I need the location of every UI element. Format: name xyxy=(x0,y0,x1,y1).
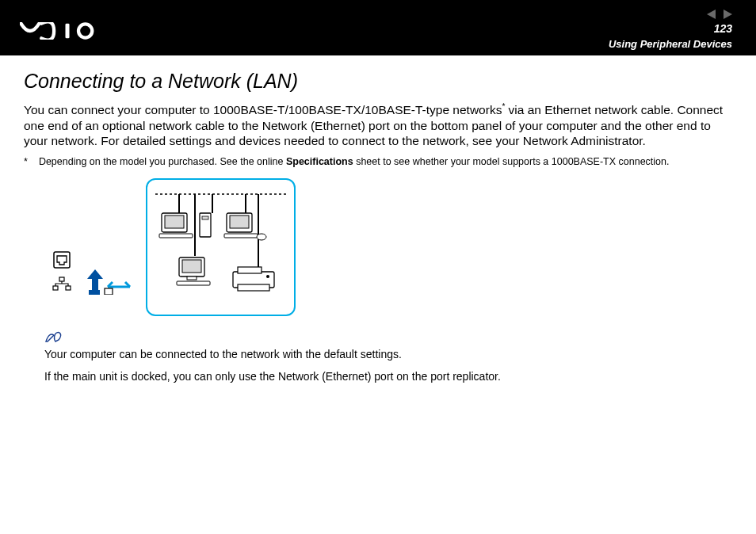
prev-page-arrow[interactable] xyxy=(707,10,716,19)
note-icon xyxy=(44,330,756,346)
svg-rect-15 xyxy=(165,216,184,228)
svg-rect-4 xyxy=(53,286,58,290)
connect-arrow-icon xyxy=(86,261,132,295)
network-tree-icon xyxy=(52,277,71,291)
network-diagram xyxy=(52,178,732,316)
svg-rect-20 xyxy=(230,216,249,228)
svg-point-22 xyxy=(257,234,266,240)
note-line-2: If the main unit is docked, you can only… xyxy=(44,370,756,383)
svg-rect-5 xyxy=(66,286,71,290)
svg-point-1 xyxy=(78,24,92,37)
connection-icons xyxy=(52,251,71,291)
svg-rect-6 xyxy=(89,290,100,295)
vaio-logo xyxy=(20,22,111,40)
nav-arrows xyxy=(707,10,732,19)
svg-rect-24 xyxy=(182,260,201,273)
page-number: 123 xyxy=(714,22,732,35)
svg-rect-3 xyxy=(59,277,64,281)
page-content: Connecting to a Network (LAN) You can co… xyxy=(0,55,756,316)
svg-rect-2 xyxy=(54,252,70,268)
footnote: * Depending on the model you purchased. … xyxy=(24,156,732,167)
next-page-arrow[interactable] xyxy=(724,10,732,19)
svg-rect-21 xyxy=(224,234,258,238)
note-line-1: Your computer can be connected to the ne… xyxy=(44,348,756,360)
header-bar: 123 Using Peripheral Devices xyxy=(0,0,756,55)
section-label: Using Peripheral Devices xyxy=(609,38,732,50)
svg-rect-28 xyxy=(238,267,262,273)
notes-block: Your computer can be connected to the ne… xyxy=(24,330,756,383)
intro-part-a: You can connect your computer to 1000BAS… xyxy=(24,103,502,116)
svg-rect-26 xyxy=(177,281,210,285)
page-title: Connecting to a Network (LAN) xyxy=(24,70,732,93)
svg-rect-7 xyxy=(105,288,113,295)
svg-rect-18 xyxy=(202,216,208,219)
svg-rect-0 xyxy=(66,24,70,39)
footnote-star: * xyxy=(24,156,28,167)
footnote-text: Depending on the model you purchased. Se… xyxy=(39,156,670,167)
svg-rect-29 xyxy=(238,284,269,291)
svg-point-30 xyxy=(266,275,269,278)
ethernet-port-icon xyxy=(53,251,71,269)
lan-illustration xyxy=(146,178,296,316)
intro-paragraph: You can connect your computer to 1000BAS… xyxy=(24,102,732,148)
svg-rect-16 xyxy=(159,234,193,238)
svg-rect-25 xyxy=(187,277,197,280)
